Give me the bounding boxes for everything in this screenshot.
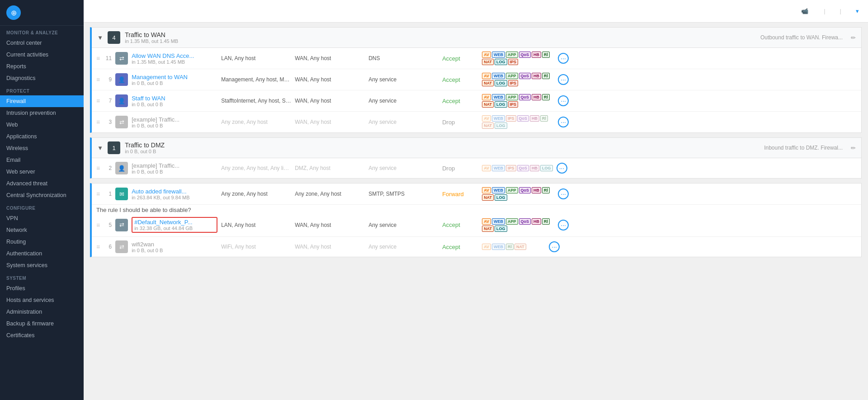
sidebar-item-wireless[interactable]: Wireless [0, 142, 84, 154]
rule-service: Any service [368, 165, 439, 171]
sidebar-item-backup-firmware[interactable]: Backup & firmware [0, 318, 84, 329]
sidebar-item-profiles[interactable]: Profiles [0, 282, 84, 294]
drag-handle[interactable]: ≡ [96, 221, 100, 229]
rule-name-col: [example] Traffic... in 0 B, out 0 B [132, 162, 217, 174]
rule-action: Drop [442, 119, 478, 126]
badge-log: LOG [495, 59, 507, 65]
rule-menu-button[interactable]: ··· [557, 163, 567, 174]
sidebar-item-hosts-services[interactable]: Hosts and services [0, 294, 84, 306]
sidebar-item-administration[interactable]: Administration [0, 306, 84, 318]
badge-hb: HB [530, 165, 539, 171]
rule-type-icon: ⇄ [115, 52, 128, 65]
drag-handle[interactable]: ≡ [96, 190, 100, 198]
rule-source: LAN, Any host [221, 55, 291, 61]
rule-name-col: Management to WAN in 0 B, out 0 B [132, 74, 217, 86]
badge-hb: HB [532, 73, 541, 79]
badge-web: WEB [492, 218, 505, 225]
group-edit-icon[interactable]: ✏ [851, 145, 856, 151]
rule-badges: AVWEBRlNAT [482, 244, 545, 250]
drag-handle[interactable]: ≡ [96, 118, 100, 126]
rule-menu-button[interactable]: ··· [558, 95, 569, 106]
sidebar-item-vpn[interactable]: VPN [0, 212, 84, 224]
rule-type-icon: 👤 [115, 73, 128, 86]
rule-name-col: [example] Traffic... in 0 B, out 0 B [132, 116, 217, 128]
rule-name[interactable]: wifi2wan [132, 241, 217, 248]
rule-destination: WAN, Any host [295, 244, 365, 250]
sidebar-item-intrusion-prevention[interactable]: Intrusion prevention [0, 107, 84, 119]
rule-menu-button[interactable]: ··· [558, 220, 569, 231]
sidebar-section-label-system: SYSTEM [0, 271, 84, 282]
sidebar-item-routing[interactable]: Routing [0, 236, 84, 248]
rule-action: Forward [442, 191, 478, 198]
sidebar-item-email[interactable]: Email [0, 154, 84, 166]
badge-av: AV [482, 94, 491, 100]
admin-dropdown[interactable]: ▾ [856, 8, 859, 14]
rule-action: Drop [442, 165, 478, 172]
rule-menu-button[interactable]: ··· [558, 188, 569, 199]
sidebar-item-web-server[interactable]: Web server [0, 166, 84, 178]
drag-handle[interactable]: ≡ [96, 76, 100, 83]
badge-ips: IPS [508, 101, 519, 108]
rule-number: 11 [104, 55, 112, 61]
sidebar-item-applications[interactable]: Applications [0, 131, 84, 142]
badge-web: WEB [492, 187, 505, 193]
drag-handle[interactable]: ≡ [96, 97, 100, 104]
drag-handle[interactable]: ≡ [96, 243, 100, 250]
sidebar-item-advanced-threat[interactable]: Advanced threat [0, 178, 84, 189]
badge-qos: QoS [517, 165, 529, 171]
rule-name[interactable]: #Default_Network_P... [134, 219, 215, 226]
rule-action: Accept [442, 244, 478, 250]
rule-name[interactable]: Management to WAN [132, 74, 217, 80]
sidebar-item-web[interactable]: Web [0, 119, 84, 131]
rule-name[interactable]: [example] Traffic... [132, 116, 217, 123]
group-edit-icon[interactable]: ✏ [851, 34, 856, 41]
rule-menu-button[interactable]: ··· [549, 241, 560, 252]
sidebar-item-firewall[interactable]: Firewall [0, 95, 84, 107]
group-expand-button[interactable]: ▼ [97, 34, 103, 41]
rule-stats: in 263.84 KB, out 9.84 MB [132, 195, 217, 200]
sidebar-item-control-center[interactable]: Control center [0, 37, 84, 49]
badge-qos: QoS [519, 187, 531, 193]
rule-menu-button[interactable]: ··· [558, 117, 569, 127]
sidebar-item-certificates[interactable]: Certificates [0, 329, 84, 341]
rule-name[interactable]: Allow WAN DNS Acce... [132, 52, 217, 59]
rule-stats: in 0 B, out 0 B [132, 169, 217, 174]
drag-handle[interactable]: ≡ [96, 165, 100, 172]
badge-nat: NAT [482, 226, 494, 232]
badge-web: WEB [492, 115, 505, 122]
rule-type-icon: 👤 [115, 162, 128, 174]
badge-hb: HB [532, 94, 541, 100]
rule-name[interactable]: Staff to WAN [132, 95, 217, 102]
badge-log: LOG [540, 165, 553, 171]
rule-type-icon: ⇄ [115, 219, 128, 231]
rule-name[interactable]: Auto added firewall... [132, 188, 217, 195]
group-title: Traffic to WAN [125, 31, 178, 38]
sidebar-item-central-sync[interactable]: Central Synchronization [0, 189, 84, 201]
rule-stats: in 32.38 GB, out 44.84 GB [134, 226, 215, 231]
badge-av: AV [482, 165, 491, 171]
badge-av: AV [482, 244, 491, 250]
sidebar-item-network[interactable]: Network [0, 224, 84, 236]
sidebar-item-diagnostics[interactable]: Diagnostics [0, 72, 84, 84]
sidebar-item-system-services[interactable]: System services [0, 259, 84, 271]
sidebar-item-reports[interactable]: Reports [0, 61, 84, 72]
drag-handle[interactable]: ≡ [96, 55, 100, 62]
group-expand-button[interactable]: ▼ [97, 145, 103, 151]
rule-menu-button[interactable]: ··· [558, 53, 569, 64]
rule-stats: in 0 B, out 0 B [132, 102, 217, 107]
rule-service: Any service [368, 119, 439, 125]
badge-ips: IPS [508, 80, 519, 86]
badge-log: LOG [495, 226, 507, 232]
table-row: ≡ 3 ⇄ [example] Traffic... in 0 B, out 0… [92, 112, 861, 132]
rule-source: Any zone, Any host [221, 119, 291, 125]
rule-badges: AVWEBAPPQoSHBRlNATLOGIPS [482, 94, 554, 108]
badge-log: LOG [495, 101, 507, 108]
rule-service: SMTP, SMTPS [368, 191, 439, 197]
badge-ips: IPS [508, 59, 519, 65]
rule-destination: Any zone, Any host [295, 191, 365, 197]
sidebar-item-current-activities[interactable]: Current activities [0, 49, 84, 61]
sidebar-item-authentication[interactable]: Authentication [0, 248, 84, 259]
rule-name[interactable]: [example] Traffic... [132, 162, 217, 169]
rule-menu-button[interactable]: ··· [558, 74, 569, 85]
rule-type-icon: ⇄ [115, 240, 128, 253]
